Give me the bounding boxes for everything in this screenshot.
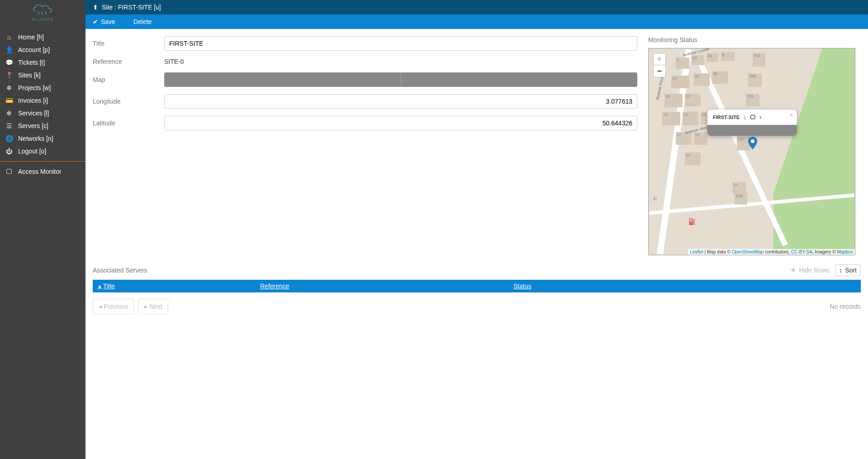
map-building: 20 xyxy=(707,53,718,62)
db-icon: ☰ xyxy=(5,122,13,129)
latitude-input[interactable] xyxy=(164,116,637,130)
table-footer: ◂Previous ▸Next No records xyxy=(93,299,861,314)
parking-icon: P xyxy=(653,196,657,202)
map-building: 55 xyxy=(664,94,683,107)
up-icon: ⬆ xyxy=(93,4,98,11)
check-icon: ✔ xyxy=(93,18,98,25)
sidebar-item-access-monitor[interactable]: 🖵Access Monitor xyxy=(0,165,85,178)
main: ⬆ Site : FIRST-SITE [u] ✔ Save Delete Ti… xyxy=(85,0,868,459)
latitude-label: Latitude xyxy=(93,120,164,127)
user-icon: 👤 xyxy=(5,46,13,53)
hide-rows-button[interactable]: 👁 Hide Rows xyxy=(790,267,830,274)
title-label: Title xyxy=(93,40,164,47)
nav-list: ⌂Home [h] 👤Account [p] 💬Tickets [t] 📍Sit… xyxy=(0,31,85,158)
map-button-left[interactable] xyxy=(164,72,401,87)
map-button-group xyxy=(164,72,637,87)
popup-title: FIRST-SITE xyxy=(713,115,740,120)
sidebar-item-projects[interactable]: ✲Projects [w] xyxy=(0,81,85,94)
map-building: 1A xyxy=(732,182,746,193)
sidebar-item-label: Networks [n] xyxy=(18,135,53,142)
title-input[interactable] xyxy=(164,36,637,51)
sidebar-item-logout[interactable]: ⏻Logout [o] xyxy=(0,145,85,158)
popup-close-button[interactable]: × xyxy=(790,111,793,119)
map-building: 23 xyxy=(692,55,704,65)
sliders-icon: ✲ xyxy=(5,110,13,117)
sidebar-item-tickets[interactable]: 💬Tickets [t] xyxy=(0,56,85,69)
sidebar: SLAPOS ⌂Home [h] 👤Account [p] 💬Tickets [… xyxy=(0,0,85,459)
card-icon: 💳 xyxy=(5,97,13,104)
sidebar-item-label: Sites [k] xyxy=(18,72,41,79)
no-records-label: No records xyxy=(830,303,861,310)
sidebar-item-account[interactable]: 👤Account [p] xyxy=(0,43,85,56)
mapbox-link[interactable]: Mapbox xyxy=(837,249,853,254)
zoom-out-button[interactable]: − xyxy=(654,65,665,77)
chevron-right-icon: ▸ xyxy=(144,303,147,310)
map-popup: × FIRST-SITE | 🖵 › xyxy=(707,110,797,136)
sidebar-item-networks[interactable]: 🌐Networks [n] xyxy=(0,132,85,145)
monitor-link-icon[interactable]: 🖵 › xyxy=(750,114,762,120)
column-title[interactable]: ▲Title xyxy=(97,282,260,290)
pin-icon: 📍 xyxy=(5,72,13,79)
sidebar-item-label: Services [l] xyxy=(18,110,49,117)
map-button-right[interactable] xyxy=(401,72,638,87)
map-building: 16 xyxy=(662,112,680,125)
pager: ◂Previous ▸Next xyxy=(93,299,168,314)
next-button[interactable]: ▸Next xyxy=(138,299,168,314)
chevron-left-icon: ◂ xyxy=(99,303,102,310)
brand-logo xyxy=(0,0,85,18)
map-label: Map xyxy=(93,76,164,83)
osm-link[interactable]: OpenStreetMap xyxy=(732,249,764,254)
hide-rows-label: Hide Rows xyxy=(799,267,830,274)
sidebar-item-label: Invoices [i] xyxy=(18,97,48,104)
save-label: Save xyxy=(101,18,115,25)
associated-table: ▲Title Reference Status ◂Previous ▸Next … xyxy=(93,280,861,314)
share-icon: ✲ xyxy=(5,84,13,91)
sort-button[interactable]: ↕ Sort xyxy=(835,264,861,276)
map[interactable]: 2 23 20 5 161 24 22 35 159 55 53 155 16 … xyxy=(648,48,855,255)
map-marker[interactable] xyxy=(748,137,757,149)
delete-button[interactable]: Delete xyxy=(133,18,152,25)
fuel-icon: ⛽ xyxy=(688,218,696,225)
nav-list-secondary: 🖵Access Monitor xyxy=(0,165,85,178)
map-attribution: Leaflet | Map data © OpenStreetMap contr… xyxy=(688,249,855,255)
cc-link[interactable]: CC-BY-SA xyxy=(791,249,812,254)
map-building: 35 xyxy=(712,71,728,84)
popup-sep: | xyxy=(744,115,745,120)
zoom-control: + − xyxy=(653,53,666,77)
chat-icon: 💬 xyxy=(5,59,13,66)
zoom-in-button[interactable]: + xyxy=(654,53,665,65)
sort-label: Sort xyxy=(845,267,857,274)
map-building: 12 xyxy=(683,112,698,125)
longitude-label: Longitude xyxy=(93,98,164,105)
sidebar-item-sites[interactable]: 📍Sites [k] xyxy=(0,69,85,81)
sidebar-item-label: Servers [c] xyxy=(18,122,48,129)
sidebar-item-label: Account [p] xyxy=(18,46,50,53)
nav-divider xyxy=(0,161,85,162)
sidebar-item-invoices[interactable]: 💳Invoices [i] xyxy=(0,94,85,107)
sort-icon: ↕ xyxy=(839,267,842,274)
monitor-icon: 🖵 xyxy=(5,168,13,175)
monitoring-panel: Monitoring Status 2 23 20 5 161 24 22 35… xyxy=(648,36,861,255)
column-status[interactable]: Status xyxy=(513,282,856,290)
longitude-input[interactable] xyxy=(164,94,637,109)
sidebar-item-home[interactable]: ⌂Home [h] xyxy=(0,31,85,43)
reference-value: SITE-0 xyxy=(164,58,184,65)
content: Title Reference SITE-0 Map Longitude Lat… xyxy=(85,29,868,263)
breadcrumb[interactable]: ⬆ Site : FIRST-SITE [u] xyxy=(85,0,868,14)
action-bar: ✔ Save Delete xyxy=(85,14,868,29)
map-building: 159 xyxy=(748,73,762,87)
associated-title: Associated Servers xyxy=(93,267,147,274)
associated-header: Associated Servers 👁 Hide Rows ↕ Sort xyxy=(85,263,868,278)
column-reference[interactable]: Reference xyxy=(260,282,513,290)
save-button[interactable]: ✔ Save xyxy=(93,18,115,25)
sidebar-item-services[interactable]: ✲Services [l] xyxy=(0,107,85,120)
map-building: 24 xyxy=(671,76,689,88)
popup-status-bar xyxy=(707,125,797,136)
previous-button[interactable]: ◂Previous xyxy=(93,299,134,314)
power-icon: ⏻ xyxy=(5,148,13,155)
table-header: ▲Title Reference Status xyxy=(93,280,861,292)
sidebar-item-servers[interactable]: ☰Servers [c] xyxy=(0,120,85,132)
home-icon: ⌂ xyxy=(5,33,13,41)
leaflet-link[interactable]: Leaflet xyxy=(690,249,703,254)
sidebar-item-label: Access Monitor xyxy=(18,168,62,175)
